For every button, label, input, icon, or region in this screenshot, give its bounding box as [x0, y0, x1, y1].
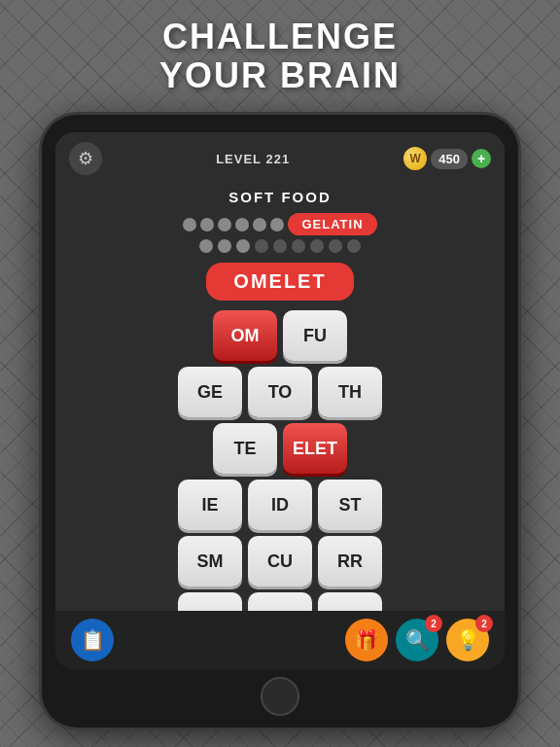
settings-button[interactable]: ⚙ — [69, 142, 102, 175]
hint-badge: 2 — [475, 615, 493, 632]
dot — [292, 239, 305, 253]
tiles-row-5: SM CU RR — [178, 536, 382, 587]
right-toolbar-buttons: 🎁 🔍 2 💡 2 — [345, 619, 489, 661]
current-word-box: OMELET — [206, 263, 353, 301]
dot — [199, 239, 213, 253]
search-button[interactable]: 🔍 2 — [396, 619, 438, 661]
dot — [253, 218, 266, 231]
tiles-row-4: IE ID ST — [178, 480, 382, 530]
coins-area: W 450 + — [403, 147, 491, 170]
tiles-row-3: TE ELET — [213, 423, 347, 474]
dot — [236, 239, 250, 253]
dot — [200, 218, 214, 231]
tile-ie[interactable]: IE — [178, 480, 242, 530]
dot — [218, 218, 231, 231]
notebook-icon: 📋 — [81, 628, 105, 652]
current-word-area: OMELET — [206, 263, 353, 301]
tile-sm[interactable]: SM — [178, 536, 242, 587]
dot — [347, 239, 361, 253]
game-screen: ⚙ LEVEL 221 W 450 + SOFT FOOD GELATIN — [55, 132, 505, 669]
dot — [218, 239, 231, 253]
tile-th[interactable]: TH — [318, 367, 382, 417]
bulb-icon: 💡 — [456, 628, 480, 652]
dot — [310, 239, 324, 253]
tiles-row-1: OM FU — [213, 310, 347, 361]
dot — [183, 218, 196, 231]
add-coins-button[interactable]: + — [472, 149, 491, 168]
tile-fu[interactable]: FU — [283, 310, 347, 361]
tile-st[interactable]: ST — [318, 480, 382, 530]
dot — [273, 239, 287, 253]
level-label: LEVEL 221 — [216, 152, 290, 166]
tile-cu[interactable]: CU — [248, 536, 312, 587]
notebook-button[interactable]: 📋 — [71, 619, 114, 661]
hint-button[interactable]: 💡 2 — [446, 619, 489, 661]
tile-to[interactable]: TO — [248, 367, 312, 417]
tiles-row-2: GE TO TH — [178, 367, 382, 417]
dot — [270, 218, 284, 231]
search-icon: 🔍 — [405, 628, 430, 652]
gift-icon: 🎁 — [355, 628, 379, 652]
tile-te[interactable]: TE — [213, 423, 277, 474]
tile-elet[interactable]: ELET — [283, 423, 347, 474]
dot — [329, 239, 342, 253]
gear-icon: ⚙ — [78, 148, 93, 169]
tablet-frame: ⚙ LEVEL 221 W 450 + SOFT FOOD GELATIN — [42, 115, 518, 728]
top-bar: ⚙ LEVEL 221 W 450 + — [55, 132, 505, 185]
coin-icon: W — [403, 147, 427, 170]
tiles-area: OM FU GE TO TH TE ELET IE ID ST — [178, 310, 382, 643]
coins-count: 450 — [431, 149, 468, 169]
tile-rr[interactable]: RR — [318, 536, 382, 587]
category-label: SOFT FOOD — [228, 189, 332, 205]
found-word-badge: GELATIN — [288, 213, 376, 235]
gift-button[interactable]: 🎁 — [345, 619, 388, 661]
bottom-toolbar: 📋 🎁 🔍 2 💡 2 — [55, 611, 505, 669]
tile-ge[interactable]: GE — [178, 367, 242, 417]
dot — [255, 239, 268, 253]
dot — [235, 218, 249, 231]
home-button[interactable] — [261, 677, 299, 716]
search-badge: 2 — [425, 615, 442, 632]
title-text: CHALLENGE YOUR BRAIN — [0, 18, 560, 94]
tile-om[interactable]: OM — [213, 310, 277, 361]
dots-row-1: GELATIN — [173, 213, 386, 235]
title-area: CHALLENGE YOUR BRAIN — [0, 18, 560, 94]
dots-row-2 — [190, 239, 370, 253]
tile-id[interactable]: ID — [248, 480, 312, 530]
